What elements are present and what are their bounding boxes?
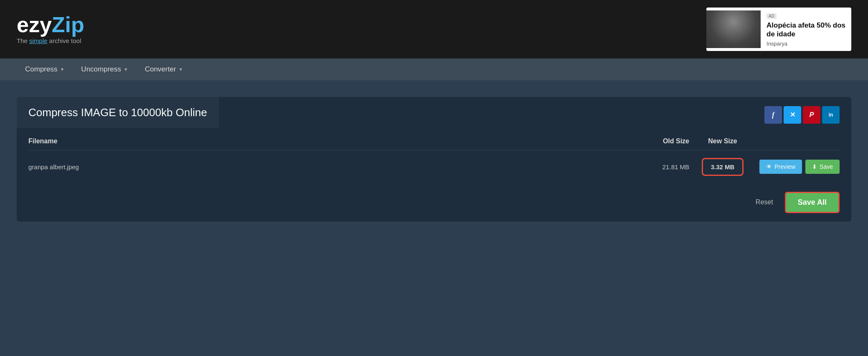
logo-ezy: ezy (17, 13, 52, 37)
share-twitter-button[interactable]: ✕ (784, 106, 801, 124)
tagline-prefix: The (17, 37, 29, 44)
svg-line-5 (725, 19, 742, 27)
ad-source: Insparya (766, 41, 845, 47)
file-table: Filename Old Size New Size granpa albert… (17, 132, 851, 183)
file-oldsize: 21.81 MB (631, 163, 689, 170)
col-header-oldsize: Old Size (631, 137, 689, 145)
share-pinterest-button[interactable]: P (803, 106, 820, 124)
svg-rect-0 (706, 10, 761, 48)
col-header-filename: Filename (28, 137, 631, 145)
logo: ezyZip (17, 14, 84, 36)
logo-zip: Zip (52, 13, 84, 37)
tagline: The simple archive tool (17, 37, 84, 44)
preview-icon: 👁 (766, 163, 772, 170)
preview-button[interactable]: 👁 Preview (759, 160, 802, 174)
ad-headline-text: Alopécia afeta 50% dosde idade (766, 21, 845, 38)
col-header-newsize: New Size (689, 137, 756, 145)
table-row: granpa albert.jpeg 21.81 MB 3.32 MB 👁 Pr… (28, 150, 840, 183)
ad-image (706, 10, 761, 48)
nav-uncompress[interactable]: Uncompress ▼ (73, 59, 136, 79)
nav-converter-label: Converter (145, 65, 176, 74)
ad-headline: Alopécia afeta 50% dosde idade (766, 21, 845, 39)
new-size-highlighted: 3.32 MB (702, 158, 744, 176)
card-top-row: Compress IMAGE to 10000kb Online f ✕ P i… (17, 97, 851, 128)
social-buttons: f ✕ P in (764, 97, 851, 124)
navbar: Compress ▼ Uncompress ▼ Converter ▼ (0, 58, 868, 80)
header: ezyZip The simple archive tool (0, 0, 868, 58)
save-all-button[interactable]: Save All (785, 192, 840, 213)
nav-compress-label: Compress (25, 65, 57, 74)
nav-compress-chevron: ▼ (60, 67, 64, 72)
nav-converter-chevron: ▼ (178, 67, 183, 72)
logo-area: ezyZip The simple archive tool (17, 14, 84, 44)
ad-content: AD Alopécia afeta 50% dosde idade Inspar… (761, 8, 851, 51)
svg-point-3 (726, 15, 741, 27)
pinterest-icon: P (810, 111, 814, 119)
file-actions: 👁 Preview ⬇ Save (756, 160, 840, 174)
share-linkedin-button[interactable]: in (822, 106, 840, 124)
ad-banner[interactable]: AD Alopécia afeta 50% dosde idade Inspar… (706, 8, 851, 51)
twitter-icon: ✕ (790, 111, 795, 119)
file-newsize-cell: 3.32 MB (689, 158, 756, 176)
tagline-suffix: archive tool (47, 37, 81, 44)
preview-label: Preview (774, 163, 795, 170)
svg-point-2 (723, 14, 744, 32)
nav-converter[interactable]: Converter ▼ (137, 59, 192, 79)
save-button[interactable]: ⬇ Save (805, 160, 840, 174)
facebook-icon: f (772, 111, 774, 119)
share-facebook-button[interactable]: f (764, 106, 782, 124)
card-header: Compress IMAGE to 10000kb Online (17, 97, 219, 128)
nav-uncompress-chevron: ▼ (124, 67, 128, 72)
file-filename: granpa albert.jpeg (28, 163, 631, 170)
nav-compress[interactable]: Compress ▼ (17, 59, 73, 79)
svg-point-1 (721, 13, 746, 38)
svg-line-6 (727, 17, 740, 29)
page-title: Compress IMAGE to 10000kb Online (28, 106, 207, 119)
save-label: Save (820, 163, 833, 170)
reset-button[interactable]: Reset (751, 195, 778, 209)
main-card: Compress IMAGE to 10000kb Online f ✕ P i… (17, 97, 851, 221)
save-icon: ⬇ (812, 163, 817, 170)
table-header-row: Filename Old Size New Size (28, 132, 840, 150)
ad-tag: AD (766, 13, 777, 19)
ad-image-placeholder (706, 10, 761, 48)
nav-uncompress-label: Uncompress (81, 65, 121, 74)
ad-svg (706, 10, 761, 48)
linkedin-icon: in (829, 112, 833, 118)
svg-rect-4 (721, 33, 746, 48)
tagline-simple: simple (29, 37, 47, 44)
main-content: Compress IMAGE to 10000kb Online f ✕ P i… (0, 80, 868, 331)
card-footer: Reset Save All (17, 183, 851, 221)
